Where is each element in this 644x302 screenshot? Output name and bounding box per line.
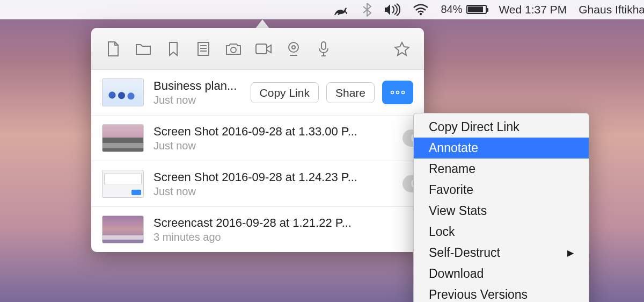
menubar-datetime[interactable]: Wed 1:37 PM [499, 3, 567, 16]
menu-item-label: Favorite [429, 183, 473, 197]
popover-toolbar [91, 28, 424, 70]
menu-item-label: Rename [429, 162, 475, 176]
svg-point-2 [231, 47, 236, 53]
item-time: Just now [153, 140, 393, 152]
battery-percent-label: 84% [441, 3, 462, 16]
star-icon[interactable] [393, 40, 411, 58]
item-title: Business plan... [153, 79, 241, 93]
volume-icon[interactable] [384, 3, 401, 16]
svg-point-4 [289, 42, 298, 52]
mic-icon[interactable] [314, 40, 333, 58]
list-item[interactable]: Screen Shot 2016-09-28 at 1.24.23 P... J… [91, 161, 424, 206]
share-button[interactable]: Share [326, 82, 375, 103]
thumbnail [102, 124, 144, 152]
bookmark-icon[interactable] [164, 40, 182, 58]
video-icon[interactable] [254, 40, 273, 58]
menu-item-self-destruct[interactable]: Self-Destruct ▶ [414, 242, 589, 263]
macos-menubar: 84% Wed 1:37 PM Ghaus Iftikha [0, 0, 644, 19]
note-icon[interactable] [194, 40, 213, 58]
menu-item-label: View Stats [429, 204, 487, 218]
item-time: Just now [153, 94, 241, 106]
thumbnail [102, 215, 144, 243]
svg-rect-6 [321, 42, 326, 49]
item-title: Screencast 2016-09-28 at 1.21.22 P... [153, 216, 413, 230]
menu-item-favorite[interactable]: Favorite [414, 179, 589, 200]
menu-item-download[interactable]: Download [414, 263, 589, 284]
battery-icon [466, 5, 487, 14]
item-title: Screen Shot 2016-09-28 at 1.33.00 P... [153, 125, 393, 139]
item-time: 3 minutes ago [153, 231, 413, 243]
svg-point-5 [292, 46, 295, 49]
menu-item-label: Previous Versions [429, 287, 528, 302]
menu-item-label: Annotate [429, 141, 478, 155]
menu-item-copy-direct-link[interactable]: Copy Direct Link [414, 117, 589, 138]
menu-item-rename[interactable]: Rename [414, 159, 589, 179]
menubar-username[interactable]: Ghaus Iftikha [579, 3, 644, 16]
webcam-icon[interactable] [284, 40, 303, 58]
camera-icon[interactable] [224, 40, 243, 58]
submenu-arrow-icon: ▶ [567, 248, 574, 258]
list-item[interactable]: Business plan... Just now Copy Link Shar… [91, 70, 424, 115]
kangaroo-icon[interactable] [332, 3, 350, 16]
menu-item-label: Lock [429, 225, 455, 239]
copy-link-button[interactable]: Copy Link [251, 82, 319, 103]
menu-item-label: Self-Destruct [429, 246, 500, 260]
battery-status[interactable]: 84% [441, 3, 487, 16]
file-icon[interactable] [104, 40, 122, 58]
cloudapp-popover: Business plan... Just now Copy Link Shar… [91, 28, 424, 252]
item-time: Just now [153, 185, 393, 198]
menu-item-previous-versions[interactable]: Previous Versions [414, 284, 589, 302]
item-title: Screen Shot 2016-09-28 at 1.24.23 P... [153, 170, 393, 184]
thumbnail [102, 170, 144, 198]
drops-list: Business plan... Just now Copy Link Shar… [91, 70, 424, 252]
bluetooth-icon[interactable] [362, 3, 372, 17]
svg-point-7 [391, 91, 394, 94]
menu-item-lock[interactable]: Lock [414, 221, 589, 242]
svg-point-8 [397, 91, 399, 94]
svg-rect-3 [256, 44, 267, 54]
list-item[interactable]: Screen Shot 2016-09-28 at 1.33.00 P... J… [91, 115, 424, 161]
menu-item-label: Download [429, 267, 484, 281]
folder-icon[interactable] [134, 40, 152, 58]
menu-item-view-stats[interactable]: View Stats [414, 200, 589, 221]
thumbnail [102, 78, 144, 106]
svg-point-9 [402, 91, 405, 94]
list-item[interactable]: Screencast 2016-09-28 at 1.21.22 P... 3 … [91, 206, 424, 252]
menu-item-annotate[interactable]: Annotate [414, 138, 589, 159]
context-menu: Copy Direct Link Annotate Rename Favorit… [413, 113, 589, 302]
more-button[interactable] [382, 81, 413, 104]
menu-item-label: Copy Direct Link [429, 120, 519, 134]
svg-point-0 [420, 12, 422, 15]
wifi-icon[interactable] [413, 4, 429, 16]
